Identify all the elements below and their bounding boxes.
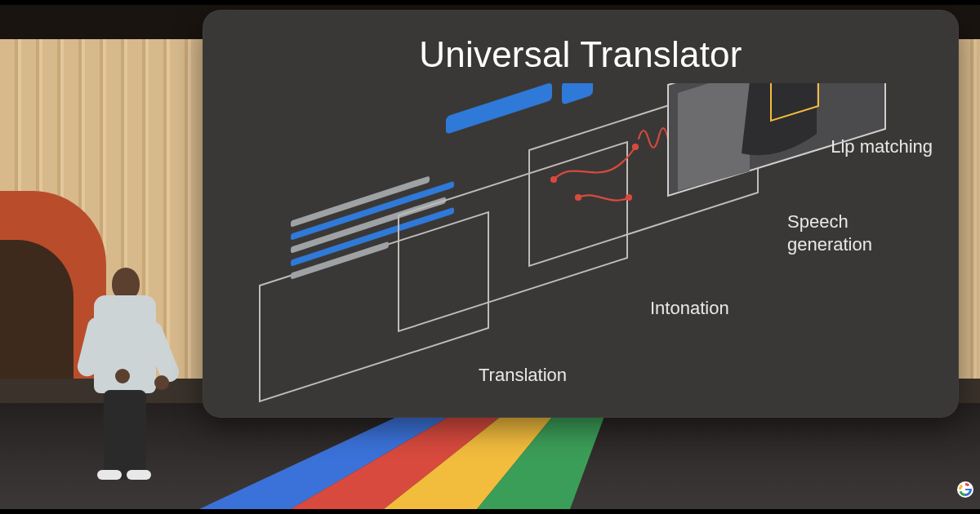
svg-point-14: [626, 195, 631, 200]
stage-scene: Universal Translator: [0, 5, 980, 509]
presentation-screen: Universal Translator: [203, 10, 959, 418]
presenter: [86, 268, 164, 480]
video-frame: Universal Translator: [0, 0, 980, 514]
layer-card-translation: [260, 175, 488, 401]
svg-point-13: [576, 195, 581, 200]
presenter-hand-left: [115, 369, 130, 383]
presenter-hand-right: [154, 375, 169, 390]
svg-rect-6: [291, 197, 446, 254]
layer-label-speech-generation: Speech generation: [787, 210, 902, 255]
presenter-shoe-right: [127, 470, 151, 480]
letterbox-bottom: [0, 509, 980, 514]
google-logo-icon: [956, 480, 975, 499]
layer-label-translation: Translation: [479, 364, 567, 387]
svg-point-12: [633, 144, 638, 149]
slide-title: Universal Translator: [203, 34, 959, 75]
svg-rect-10: [562, 83, 593, 105]
svg-rect-9: [446, 83, 552, 135]
layer-label-lip-matching: Lip matching: [831, 135, 933, 158]
presenter-shoe-left: [97, 470, 122, 480]
svg-point-11: [551, 177, 556, 182]
layer-label-intonation: Intonation: [650, 297, 729, 320]
presenter-legs: [104, 390, 146, 480]
stage-archway-inner: [0, 240, 74, 379]
